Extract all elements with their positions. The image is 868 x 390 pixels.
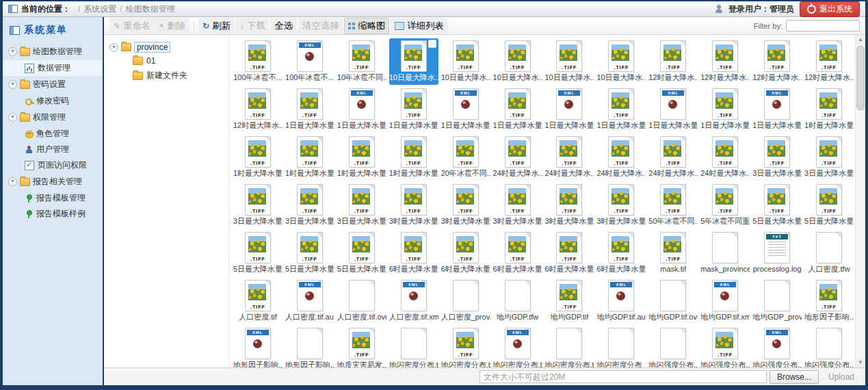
breadcrumb-item-settings[interactable]: 系统设置 xyxy=(83,4,116,14)
file-item[interactable]: .TIFF地闪强度分布... xyxy=(700,326,750,367)
file-item[interactable]: XML地闪强度分布... xyxy=(752,326,802,367)
file-item[interactable]: .TIFF5日最大降水量... xyxy=(285,230,334,276)
file-item[interactable]: .TIFF3日最大降水量... xyxy=(337,182,386,229)
scroll-down-arrow[interactable]: ▼ xyxy=(856,358,865,367)
file-item[interactable]: .TIFF6时最大降水量... xyxy=(389,230,438,276)
file-item[interactable]: .TIFF地闪密度分布.tif xyxy=(441,326,490,367)
filter-input[interactable] xyxy=(786,20,860,31)
file-item[interactable]: .TIFF50年冰雹不同... xyxy=(648,182,698,229)
file-item[interactable]: XML地均GDP.tif.aux... xyxy=(596,278,646,324)
sidebar-group-permission[interactable]: ▾权限管理 xyxy=(3,109,103,126)
file-item[interactable]: .TIFF12时最大降水... xyxy=(752,38,802,85)
file-item[interactable]: .TIFF1时最大降水量... xyxy=(285,134,334,181)
file-item[interactable]: .TIFF3时最大降水量... xyxy=(493,182,542,229)
file-item[interactable]: XML地闪密度分布.t... xyxy=(493,326,542,367)
sidebar-item-data-manage[interactable]: 数据管理 xyxy=(3,60,103,76)
file-item[interactable]: .TIFF5年冰雹不同重... xyxy=(700,182,750,229)
file-item[interactable]: .TIFF10日最大降水... xyxy=(441,38,490,85)
detail-list-view-button[interactable]: 详细列表 xyxy=(391,18,447,34)
file-item[interactable]: .TIFF3日最大降水量... xyxy=(233,182,282,229)
upload-file-input[interactable] xyxy=(479,370,767,383)
collapse-icon[interactable]: ▾ xyxy=(109,43,118,52)
file-item[interactable]: XML1日最大降水量... xyxy=(752,86,802,133)
file-item[interactable]: .TIFF6时最大降水量... xyxy=(441,230,490,276)
tree-node-label[interactable]: 01 xyxy=(146,56,155,66)
file-item[interactable]: 人口密度_prov... xyxy=(441,278,490,324)
download-button[interactable]: 下载 xyxy=(236,18,269,34)
file-item[interactable]: 人口密度.tfw xyxy=(804,230,854,276)
logout-button[interactable]: 退出系统 xyxy=(800,1,860,17)
sidebar-item-change-password[interactable]: 修改密码 xyxy=(3,93,103,109)
file-item[interactable]: .TIFF10日最大降水... xyxy=(544,38,594,85)
file-item[interactable]: XML1日最大降水量... xyxy=(337,86,386,133)
file-item[interactable]: 人口密度.tif.ovr xyxy=(337,278,386,324)
file-item[interactable]: .TIFF10日最大降水... xyxy=(493,38,542,85)
file-item[interactable]: 地均GDP.tif.ovr xyxy=(648,278,698,324)
file-item[interactable]: .TIFF人口密度.tif xyxy=(233,278,282,324)
file-item[interactable]: .TIFF6时最大降水量... xyxy=(544,230,594,276)
file-item[interactable]: .TIFF5日最大降水量... xyxy=(337,230,386,276)
rename-button[interactable]: 重命名 xyxy=(109,18,155,34)
file-item[interactable]: 地闪密度分布_... xyxy=(596,326,646,367)
scroll-up-arrow[interactable]: ▲ xyxy=(856,35,865,44)
file-item[interactable]: 地闪强度分布... xyxy=(648,326,698,367)
file-item[interactable]: XML1日最大降水量... xyxy=(441,86,490,133)
breadcrumb-item-draw-data[interactable]: 绘图数据管理 xyxy=(126,4,175,14)
file-item[interactable]: .TIFF5日最大降水量... xyxy=(752,182,802,229)
file-item[interactable]: .TIFF24时最大降水... xyxy=(596,134,646,181)
file-item[interactable]: .TIFF3时最大降水量... xyxy=(544,182,594,229)
thumbnail-view-button[interactable]: 缩略图 xyxy=(344,18,389,34)
file-item[interactable]: .TIFF3时最大降水量... xyxy=(389,182,438,229)
file-item[interactable]: .TIFF10日最大降水... xyxy=(596,38,646,85)
file-item[interactable]: 地闪密度分布.t... xyxy=(544,326,594,367)
file-item[interactable]: .TIFF1日最大降水量... xyxy=(493,86,542,133)
tree-node-child-0[interactable]: 01 xyxy=(109,54,228,68)
file-item[interactable]: .TIFF地质灾害易发... xyxy=(337,326,386,367)
sidebar-group-password[interactable]: ▾密码设置 xyxy=(3,76,103,93)
file-item[interactable]: 地均GDP.tfw xyxy=(493,278,542,324)
sidebar-item-page-access[interactable]: 页面访问权限 xyxy=(3,157,103,173)
file-item[interactable]: .TIFF24时最大降水... xyxy=(648,134,698,181)
vertical-scrollbar[interactable]: ▲ ▼ xyxy=(855,35,865,367)
file-item[interactable]: .TIFF3日最大降水量... xyxy=(752,134,802,181)
tree-node-child-1[interactable]: 新建文件夹 xyxy=(109,68,228,83)
file-item[interactable]: .TIFF24时最大降水... xyxy=(544,134,594,181)
file-item[interactable]: .TIFF地形因子影响... xyxy=(804,278,854,324)
file-item[interactable]: .TIFF1时最大降水量... xyxy=(337,134,386,181)
file-item[interactable]: .TIFF10年冰雹不同... xyxy=(337,38,386,85)
sidebar-item-report-template-manage[interactable]: 报告模板管理 xyxy=(3,190,103,206)
file-item[interactable]: .TIFF5日最大降水量... xyxy=(804,182,854,229)
file-item[interactable]: .TIFF12时最大降水... xyxy=(648,38,698,85)
sidebar-group-report[interactable]: ▾报告相关管理 xyxy=(3,173,103,190)
upload-button[interactable]: Upload xyxy=(824,372,858,382)
browse-button[interactable]: Browse... xyxy=(770,370,819,384)
clear-selection-button[interactable]: 清空选择 xyxy=(298,18,343,34)
file-item[interactable]: XML100年冰雹不... xyxy=(285,38,334,85)
file-item[interactable]: .TIFF3日最大降水量... xyxy=(285,182,334,229)
file-item[interactable]: .TIFF6时最大降水量... xyxy=(596,230,646,276)
file-item[interactable]: .TIFF3时最大降水量... xyxy=(596,182,646,229)
delete-button[interactable]: 删除 xyxy=(155,18,189,34)
file-item[interactable]: .TIFF10日最大降水... xyxy=(389,38,438,85)
file-item[interactable]: .TIFF6时最大降水量... xyxy=(493,230,542,276)
sidebar-item-user-manage[interactable]: 用户管理 xyxy=(3,142,103,157)
file-item[interactable]: 地形因子影响... xyxy=(285,326,334,367)
sidebar-item-report-template-sample[interactable]: 报告模板样例 xyxy=(3,206,103,222)
collapse-icon[interactable]: ▾ xyxy=(8,113,17,122)
file-item[interactable]: .TIFF1日最大降水量... xyxy=(596,86,646,133)
file-item[interactable]: XML地均GDP.tif.xml xyxy=(700,278,750,324)
selection-checkbox[interactable] xyxy=(428,40,436,48)
file-item[interactable]: .TIFF3时最大降水量... xyxy=(441,182,490,229)
collapse-icon[interactable]: ▾ xyxy=(8,80,17,89)
file-item[interactable]: XML1日最大降水量... xyxy=(544,86,594,133)
file-item[interactable]: 地闪强度分布... xyxy=(804,326,854,367)
file-item[interactable]: .TIFF12时最大降水... xyxy=(804,38,854,85)
collapse-icon[interactable]: ▾ xyxy=(8,177,17,186)
file-item[interactable]: .TIFF24时最大降水... xyxy=(700,134,750,181)
file-item[interactable]: .TIFF100年冰雹不... xyxy=(233,38,282,85)
collapse-icon[interactable]: ▾ xyxy=(8,47,17,56)
file-item[interactable]: .TIFF1日最大降水量... xyxy=(700,86,750,133)
file-item[interactable]: .TIFF1日最大降水量... xyxy=(389,86,438,133)
file-item[interactable]: .TIFF1日最大降水量... xyxy=(285,86,334,133)
file-item[interactable]: .TIFF1时最大降水量... xyxy=(804,86,854,133)
